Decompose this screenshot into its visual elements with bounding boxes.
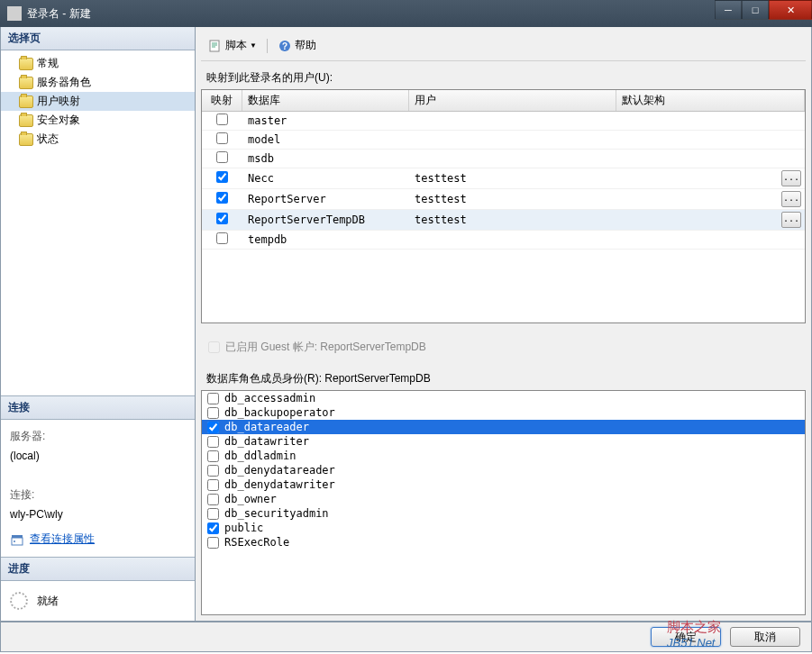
page-icon: [19, 58, 33, 70]
role-row[interactable]: db_backupoperator: [202, 405, 805, 420]
role-name: db_datawriter: [224, 435, 309, 448]
schema-browse-button[interactable]: ...: [781, 191, 801, 207]
guest-checkbox: [208, 341, 220, 353]
map-checkbox[interactable]: [216, 213, 228, 224]
role-row[interactable]: db_denydatareader: [202, 463, 805, 477]
svg-point-2: [14, 540, 15, 542]
role-name: db_ddladmin: [224, 450, 296, 462]
script-button[interactable]: 脚本 ▼: [205, 36, 260, 55]
guest-label: 已启用 Guest 帐户: ReportServerTempDB: [225, 340, 426, 355]
window-title: 登录名 - 新建: [27, 6, 715, 22]
col-schema[interactable]: 默认架构: [616, 90, 805, 111]
nav-item[interactable]: 用户映射: [1, 92, 195, 111]
progress-header: 进度: [1, 558, 195, 581]
role-checkbox[interactable]: [207, 465, 219, 477]
schema-browse-button[interactable]: ...: [781, 170, 801, 186]
ok-button[interactable]: 确定: [651, 627, 721, 647]
user-cell: testtest: [409, 172, 616, 185]
table-row[interactable]: ReportServerTempDBtesttest...: [202, 210, 805, 231]
page-icon: [19, 77, 33, 89]
svg-text:?: ?: [282, 41, 287, 51]
help-button[interactable]: ? 帮助: [274, 36, 320, 55]
toolbar-separator: [267, 39, 268, 53]
role-row[interactable]: db_datareader: [202, 420, 805, 434]
nav-label: 服务器角色: [37, 75, 91, 90]
conn-label: 连接:: [10, 486, 186, 505]
role-checkbox[interactable]: [207, 436, 219, 448]
roles-label: 数据库角色成员身份(R): ReportServerTempDB: [201, 362, 806, 390]
role-row[interactable]: public: [202, 521, 805, 535]
user-mapping-grid: 映射 数据库 用户 默认架构 mastermodelmsdbNecctestte…: [201, 89, 806, 323]
main-panel: 脚本 ▼ ? 帮助 映射到此登录名的用户(U): 映射 数据库 用户 默认架构 …: [196, 27, 811, 621]
table-row[interactable]: tempdb: [202, 231, 805, 250]
col-database[interactable]: 数据库: [242, 90, 409, 111]
role-checkbox[interactable]: [207, 494, 219, 505]
role-row[interactable]: db_securityadmin: [202, 506, 805, 521]
role-name: public: [224, 522, 263, 534]
role-checkbox[interactable]: [207, 522, 219, 534]
role-row[interactable]: db_denydatawriter: [202, 477, 805, 492]
role-checkbox[interactable]: [207, 508, 219, 520]
table-row[interactable]: msdb: [202, 150, 805, 168]
roles-list: db_accessadmindb_backupoperatordb_datare…: [201, 390, 806, 615]
role-row[interactable]: RSExecRole: [202, 535, 805, 550]
map-checkbox[interactable]: [216, 114, 228, 125]
db-cell: ReportServer: [242, 193, 409, 205]
col-map[interactable]: 映射: [202, 90, 242, 111]
titlebar: 登录名 - 新建 ─ □ ✕: [0, 0, 812, 27]
spinner-icon: [10, 592, 28, 610]
role-checkbox[interactable]: [207, 537, 219, 549]
maximize-button[interactable]: □: [742, 0, 769, 20]
col-user[interactable]: 用户: [409, 90, 616, 111]
nav-item[interactable]: 服务器角色: [1, 73, 195, 92]
view-connection-properties-link[interactable]: 查看连接属性: [30, 530, 95, 550]
map-checkbox[interactable]: [216, 171, 228, 183]
role-row[interactable]: db_owner: [202, 492, 805, 506]
role-checkbox[interactable]: [207, 407, 219, 419]
svg-rect-1: [12, 535, 23, 538]
role-name: db_securityadmin: [224, 507, 329, 520]
role-name: db_owner: [224, 493, 277, 505]
role-checkbox[interactable]: [207, 422, 219, 433]
page-icon: [19, 95, 33, 108]
role-name: RSExecRole: [224, 536, 289, 549]
server-label: 服务器:: [10, 427, 186, 447]
close-button[interactable]: ✕: [769, 0, 812, 20]
table-row[interactable]: ReportServertesttest...: [202, 189, 805, 210]
table-row[interactable]: master: [202, 112, 805, 131]
map-checkbox[interactable]: [216, 132, 228, 144]
page-icon: [19, 114, 33, 127]
map-checkbox[interactable]: [216, 192, 228, 204]
grid-header: 映射 数据库 用户 默认架构: [202, 90, 805, 112]
role-checkbox[interactable]: [207, 450, 219, 462]
db-cell: ReportServerTempDB: [242, 213, 409, 226]
dropdown-arrow-icon: ▼: [250, 41, 257, 50]
nav-item[interactable]: 安全对象: [1, 111, 195, 130]
role-row[interactable]: db_datawriter: [202, 434, 805, 449]
role-name: db_backupoperator: [224, 406, 335, 419]
connection-header: 连接: [1, 396, 195, 420]
db-cell: master: [242, 114, 409, 127]
script-icon: [208, 39, 223, 53]
server-value: (local): [10, 447, 186, 467]
svg-rect-0: [12, 538, 23, 545]
map-checkbox[interactable]: [216, 151, 228, 163]
role-checkbox[interactable]: [207, 479, 219, 491]
nav-label: 状态: [37, 132, 59, 147]
role-checkbox[interactable]: [207, 393, 219, 404]
map-checkbox[interactable]: [216, 232, 228, 244]
role-row[interactable]: db_ddladmin: [202, 449, 805, 463]
role-name: db_accessadmin: [224, 392, 315, 404]
minimize-button[interactable]: ─: [715, 0, 742, 20]
page-icon: [19, 133, 33, 146]
cancel-button[interactable]: 取消: [730, 627, 800, 647]
table-row[interactable]: Necctesttest...: [202, 168, 805, 189]
schema-browse-button[interactable]: ...: [781, 212, 801, 228]
nav-label: 安全对象: [37, 113, 80, 128]
table-row[interactable]: model: [202, 131, 805, 150]
role-row[interactable]: db_accessadmin: [202, 391, 805, 405]
nav-item[interactable]: 常规: [1, 54, 195, 73]
db-cell: model: [242, 133, 409, 146]
nav-item[interactable]: 状态: [1, 130, 195, 149]
sidebar: 选择页 常规服务器角色用户映射安全对象状态 连接 服务器: (local) 连接…: [1, 27, 196, 621]
